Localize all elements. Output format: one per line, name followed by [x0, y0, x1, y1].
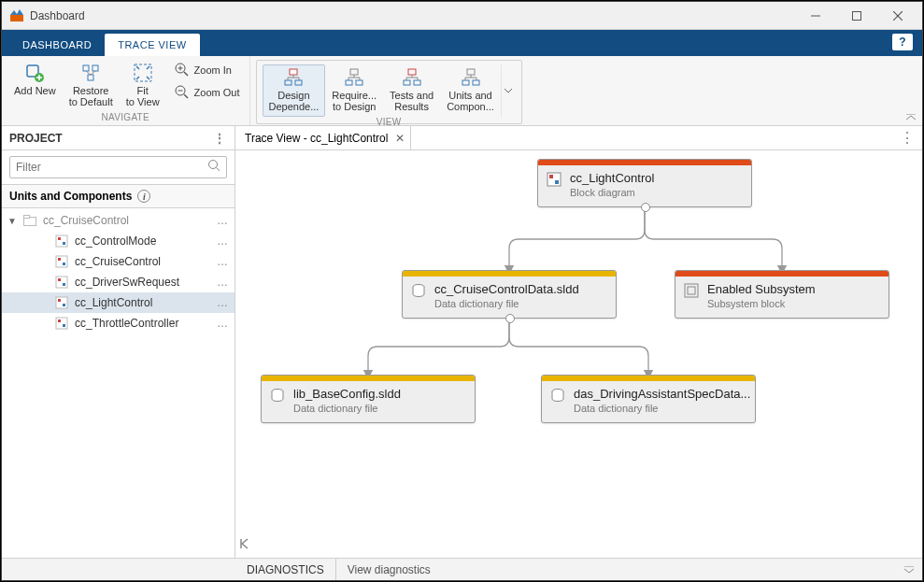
zoom-in-button[interactable]: Zoom In — [170, 60, 244, 80]
collapse-toolstrip-button[interactable] — [905, 113, 917, 123]
tree-root-menu[interactable]: … — [215, 214, 231, 227]
svg-line-52 — [217, 168, 220, 172]
app-icon — [9, 8, 24, 23]
tree-item-label: cc_CruiseControl — [75, 255, 215, 268]
units-icon — [461, 67, 481, 88]
document-tabbar: Trace View - cc_LightControl ✕ ⋮ — [235, 126, 922, 150]
svg-rect-68 — [58, 319, 61, 322]
maximize-button[interactable] — [836, 3, 877, 29]
zoom-out-icon — [174, 84, 191, 101]
design-dependencies-button[interactable]: Design Depende... — [263, 64, 326, 117]
design-deps-icon — [283, 67, 304, 88]
svg-rect-57 — [63, 242, 65, 245]
window-title: Dashboard — [30, 9, 795, 22]
restore-default-button[interactable]: Restore to Default — [63, 60, 120, 112]
node-cc-lightcontrol[interactable]: cc_LightControlBlock diagram — [537, 159, 752, 207]
simulink-file-icon — [54, 234, 69, 248]
minimize-button[interactable] — [795, 3, 836, 29]
close-button[interactable] — [877, 3, 918, 29]
tree-item-label: cc_LightControl — [75, 296, 215, 309]
filter-input[interactable] — [16, 161, 207, 174]
units-components-header: Units and Components i — [2, 184, 235, 208]
svg-rect-10 — [92, 65, 98, 71]
project-title: PROJECT — [9, 132, 63, 145]
tree-item-label: cc_DriverSwRequest — [75, 276, 215, 289]
document-tab-menu[interactable]: ⋮ — [892, 129, 922, 147]
subsystem-icon — [683, 282, 700, 299]
svg-rect-62 — [58, 278, 61, 281]
svg-point-51 — [209, 161, 218, 169]
svg-rect-36 — [408, 69, 416, 75]
tree-item[interactable]: cc_ControlMode… — [2, 231, 235, 251]
svg-rect-60 — [63, 263, 65, 265]
svg-rect-65 — [58, 299, 61, 302]
svg-rect-63 — [63, 283, 65, 286]
simulink-file-icon — [54, 254, 69, 269]
document-tab[interactable]: Trace View - cc_LightControl ✕ — [235, 126, 411, 149]
requirements-icon — [344, 67, 364, 88]
expand-diagnostics-button[interactable] — [896, 563, 922, 576]
svg-rect-0 — [10, 15, 23, 21]
units-components-button[interactable]: Units and Compon... — [440, 64, 501, 117]
svg-rect-23 — [285, 80, 291, 85]
svg-rect-11 — [88, 75, 93, 80]
tab-dashboard[interactable]: DASHBOARD — [9, 34, 105, 56]
ribbon-tabstrip: DASHBOARD TRACE VIEW ? — [2, 30, 922, 56]
tree-item-label: cc_ThrottleController — [75, 317, 215, 330]
info-icon[interactable]: i — [137, 190, 150, 203]
node-baseconfig[interactable]: lib_BaseConfig.slddData dictionary file — [261, 375, 476, 423]
tree-item-menu[interactable]: … — [215, 296, 231, 309]
restore-label: Restore to Default — [69, 85, 113, 107]
data-dictionary-icon — [269, 387, 286, 404]
svg-rect-66 — [63, 304, 65, 306]
svg-rect-44 — [462, 80, 469, 85]
tree-item[interactable]: cc_CruiseControl… — [2, 251, 235, 272]
tree-item[interactable]: cc_LightControl… — [2, 292, 235, 313]
chevron-down-icon — [505, 89, 512, 93]
svg-rect-29 — [350, 69, 358, 75]
simulink-file-icon — [54, 316, 69, 331]
svg-rect-24 — [295, 80, 302, 85]
svg-rect-56 — [58, 237, 61, 240]
fit-to-view-button[interactable]: Fit to View — [120, 60, 166, 112]
svg-rect-2 — [853, 11, 861, 20]
tree-item-menu[interactable]: … — [215, 276, 231, 289]
view-diagnostics-link[interactable]: View diagnostics — [336, 563, 442, 576]
node-cruisecontroldata[interactable]: cc_CruiseControlData.slddData dictionary… — [402, 270, 617, 319]
tab-trace-view[interactable]: TRACE VIEW — [105, 34, 199, 56]
svg-rect-54 — [24, 216, 30, 219]
svg-rect-75 — [688, 287, 695, 294]
tests-label: Tests and Results — [390, 90, 434, 112]
svg-line-12 — [86, 71, 91, 75]
tree-item-menu[interactable]: … — [215, 255, 231, 268]
close-tab-icon[interactable]: ✕ — [395, 132, 405, 145]
trace-canvas[interactable]: cc_LightControlBlock diagram cc_CruiseCo… — [235, 150, 922, 558]
tree-item-menu[interactable]: … — [215, 234, 231, 248]
tests-results-button[interactable]: Tests and Results — [383, 64, 440, 117]
add-new-button[interactable]: Add New — [7, 60, 63, 112]
nav-back-button[interactable] — [239, 537, 252, 554]
svg-rect-43 — [467, 69, 475, 75]
project-menu-button[interactable]: ⋮ — [213, 131, 227, 146]
fit-view-icon — [133, 63, 153, 83]
add-new-label: Add New — [14, 85, 56, 96]
zoom-out-button[interactable]: Zoom Out — [170, 82, 244, 103]
project-tree: ▼ cc_CruiseControl … cc_ControlMode…cc_C… — [2, 208, 235, 558]
tree-root-label: cc_CruiseControl — [43, 214, 215, 227]
requirements-to-design-button[interactable]: Require... to Design — [325, 64, 383, 117]
toolstrip: Add New Restore to Default Fit to View Z… — [2, 56, 922, 126]
tree-item-menu[interactable]: … — [215, 317, 231, 330]
help-button[interactable]: ? — [892, 34, 913, 50]
node-enabled-subsystem[interactable]: Enabled SubsystemSubsystem block — [675, 270, 889, 319]
tree-item[interactable]: cc_DriverSwRequest… — [2, 272, 235, 292]
collapse-icon[interactable]: ▼ — [2, 216, 22, 226]
svg-rect-64 — [56, 297, 67, 308]
view-dropdown-button[interactable] — [501, 64, 516, 117]
tree-root[interactable]: ▼ cc_CruiseControl … — [2, 210, 235, 231]
diagnostics-label: DIAGNOSTICS — [235, 559, 336, 580]
tree-item[interactable]: cc_ThrottleController… — [2, 313, 235, 334]
filter-box[interactable] — [9, 156, 227, 178]
node-drivingassistant[interactable]: das_DrivingAssistantSpecData...Data dict… — [541, 375, 756, 423]
units-label: Units and Compon... — [447, 90, 494, 112]
document-tab-title: Trace View - cc_LightControl — [245, 132, 388, 145]
